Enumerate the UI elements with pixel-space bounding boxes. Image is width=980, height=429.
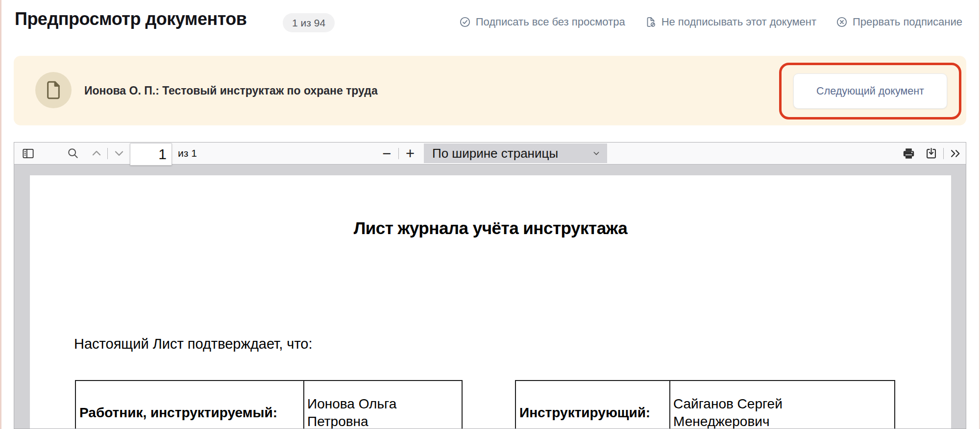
check-circle-icon <box>459 16 471 28</box>
action-label: Не подписывать этот документ <box>662 16 816 28</box>
download-icon <box>925 147 938 160</box>
toolbar-divider <box>398 148 399 159</box>
document-page: Лист журнала учёта инструктажа Настоящий… <box>30 175 951 429</box>
zoom-mode-selected-value: По ширине страницы <box>424 146 592 161</box>
document-icon <box>45 80 62 100</box>
next-document-button[interactable]: Следующий документ <box>793 73 947 109</box>
current-document-banner: Ионова О. П.: Тестовый инструктаж по охр… <box>14 56 966 125</box>
header-actions: Подписать все без просмотра Не подписыва… <box>459 16 962 28</box>
action-label: Прервать подписание <box>853 16 962 28</box>
sidebar-toggle-button[interactable] <box>20 145 36 161</box>
instructor-table: Инструктирующий: Сайганов Сергей Менедже… <box>515 380 895 429</box>
action-label: Подписать все без просмотра <box>476 16 625 28</box>
document-banner-title: Ионова О. П.: Тестовый инструктаж по охр… <box>84 84 378 97</box>
table-row: Работник, инструктируемый: Ионова Ольга … <box>75 381 462 429</box>
toolbar-divider <box>943 148 944 159</box>
zoom-out-button[interactable]: − <box>379 145 394 161</box>
document-avatar <box>35 72 72 108</box>
document-preview-screen: Предпросмотр документов 1 из 94 Подписат… <box>0 0 980 429</box>
previous-page-button[interactable] <box>89 145 104 161</box>
skip-this-document-link[interactable]: Не подписывать этот документ <box>645 16 816 28</box>
document-title: Лист журнала учёта инструктажа <box>30 218 951 238</box>
search-button[interactable] <box>65 145 81 161</box>
pdf-viewer: из 1 − + По ширине страницы <box>14 142 966 429</box>
printer-icon <box>902 147 915 160</box>
pdf-canvas-area: Лист журнала учёта инструктажа Настоящий… <box>14 165 966 429</box>
table-value-text: Сайганов Сергей Менеджерович <box>673 395 810 429</box>
chevron-down-icon <box>592 149 600 157</box>
zoom-mode-select[interactable]: По ширине страницы <box>424 143 607 163</box>
file-skip-icon <box>645 16 657 28</box>
cancel-circle-icon <box>836 16 848 28</box>
zoom-in-button[interactable]: + <box>402 145 418 161</box>
chevron-up-icon <box>90 147 103 160</box>
annotation-highlight-box: Следующий документ <box>779 63 961 119</box>
print-button[interactable] <box>900 145 917 161</box>
pdf-toolbar: из 1 − + По ширине страницы <box>14 143 966 165</box>
double-chevron-right-icon <box>949 147 962 160</box>
page-count-label: из 1 <box>178 147 197 159</box>
toolbar-divider <box>107 148 108 159</box>
table-label-cell: Инструктирующий: <box>515 381 670 429</box>
page-number-input[interactable] <box>130 143 172 166</box>
table-value-cell: Ионова Ольга Петровна <box>304 381 462 429</box>
table-value-cell: Сайганов Сергей Менеджерович <box>670 381 895 429</box>
sign-all-without-preview-link[interactable]: Подписать все без просмотра <box>459 16 625 28</box>
chevron-down-icon <box>113 147 125 160</box>
download-button[interactable] <box>923 145 939 161</box>
sidebar-toggle-icon <box>22 147 35 160</box>
document-intro-text: Настоящий Лист подтверждает, что: <box>74 336 313 352</box>
table-label-cell: Работник, инструктируемый: <box>75 381 304 429</box>
table-value-text: Ионова Ольга Петровна <box>307 395 420 429</box>
search-icon <box>67 147 79 160</box>
document-counter-badge: 1 из 94 <box>283 13 335 32</box>
abort-signing-link[interactable]: Прервать подписание <box>836 16 962 28</box>
page-title: Предпросмотр документов <box>15 9 246 29</box>
next-page-button[interactable] <box>111 145 127 161</box>
worker-table: Работник, инструктируемый: Ионова Ольга … <box>75 380 463 429</box>
more-tools-button[interactable] <box>947 145 964 161</box>
table-row: Инструктирующий: Сайганов Сергей Менедже… <box>515 381 895 429</box>
